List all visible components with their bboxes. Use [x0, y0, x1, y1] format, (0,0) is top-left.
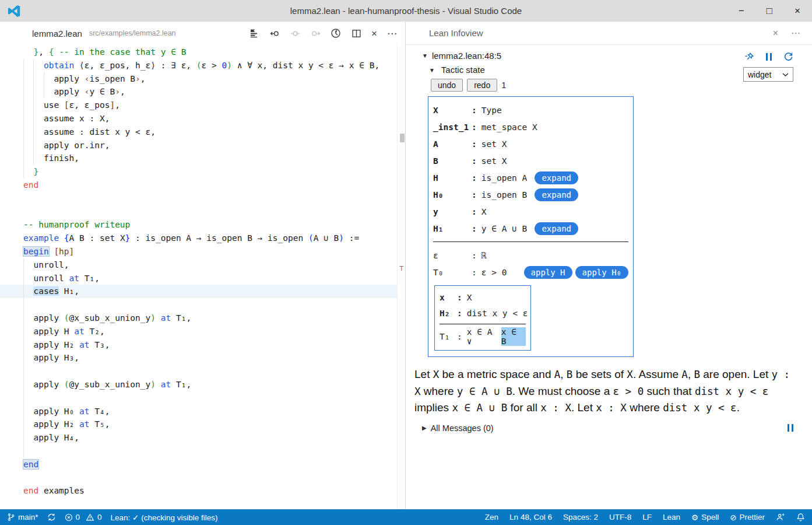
code-line[interactable]: unroll at T₁, [0, 272, 405, 285]
more-actions-icon[interactable]: ⋯ [387, 29, 397, 38]
code-line[interactable]: finish, [0, 152, 405, 165]
code-line[interactable]: end [0, 178, 405, 192]
code-line[interactable] [0, 444, 405, 458]
sync-item[interactable] [47, 513, 56, 522]
code-line[interactable]: apply H₂ at T₅, [0, 418, 405, 431]
hypothesis-row: H₀:is_open Bexpand [433, 186, 628, 203]
pin-icon[interactable] [744, 52, 754, 62]
feedback-item[interactable] [776, 513, 785, 522]
code-line[interactable]: cases H₁, [0, 285, 405, 298]
all-messages-row[interactable]: ▶ All Messages (0) [422, 424, 796, 433]
code-token: ∧ ∀ x, dist x y < ε → x ∈ B, [232, 61, 379, 70]
code-line[interactable]: apply ‹y ∈ B›, [0, 85, 405, 99]
cursor-position-item[interactable]: Ln 48, Col 6 [509, 513, 552, 522]
tab-filename[interactable]: lemma2.lean [32, 29, 82, 38]
code-line[interactable]: apply ‹is_open B›, [0, 72, 405, 86]
widget-mode-select[interactable]: widget [743, 67, 793, 82]
code-line[interactable]: }, { -- in the case that y ∈ B [0, 46, 405, 59]
code-line[interactable]: -- humanproof writeup [0, 218, 405, 232]
hypothesis-colon: : [472, 156, 477, 166]
code-line[interactable]: } [0, 165, 405, 178]
step-forward-circle-icon[interactable] [310, 28, 321, 38]
step-back-circle-icon[interactable] [269, 28, 280, 38]
expand-triangle-icon[interactable]: ▶ [422, 425, 427, 431]
circle-dash-icon[interactable] [290, 28, 300, 38]
collapse-triangle-icon[interactable]: ▼ [422, 52, 428, 59]
code-line[interactable]: apply H at T₂, [0, 325, 405, 338]
code-line[interactable]: obtain ⟨ε, ε_pos, h_ε⟩ : ∃ ε, (ε > 0) ∧ … [0, 59, 405, 72]
code-line[interactable]: begin [hp] [0, 245, 405, 258]
code-line[interactable]: apply (@x_sub_x_union_y) at T₁, [0, 312, 405, 325]
split-editor-icon[interactable] [351, 28, 361, 38]
close-editor-icon[interactable]: × [371, 29, 377, 38]
code-line[interactable]: apply H₀ at T₄, [0, 405, 405, 418]
code-line[interactable] [0, 365, 405, 378]
scrollbar-thumb[interactable] [400, 134, 405, 142]
code-token: is_open B [90, 74, 136, 83]
code-line[interactable]: end [0, 458, 405, 471]
humanproof-writeup: Let X be a metric space and A, B be sets… [414, 366, 795, 416]
prettier-label: Prettier [739, 513, 765, 522]
code-line[interactable]: unroll, [0, 258, 405, 272]
editor-scrollbar[interactable]: ⊤ [397, 45, 405, 509]
code-token: at [69, 274, 79, 283]
expand-button[interactable]: expand [535, 172, 578, 184]
panel-more-icon[interactable]: ⋯ [791, 29, 800, 38]
code-line[interactable]: end examples [0, 484, 405, 498]
pause-updates-icon[interactable] [766, 53, 772, 61]
apply-button[interactable]: apply H [524, 266, 572, 279]
redo-button[interactable]: redo [467, 79, 497, 92]
maximize-button[interactable]: □ [767, 6, 772, 16]
code-editor[interactable]: }, { -- in the case that y ∈ B obtain ⟨ε… [0, 45, 405, 509]
refresh-icon[interactable] [783, 52, 793, 62]
code-line[interactable]: use [ε, ε_pos], [0, 99, 405, 112]
git-branch-item[interactable]: main* [7, 513, 38, 522]
minimize-button[interactable]: − [739, 6, 744, 16]
eol-item[interactable]: LF [642, 513, 652, 522]
code-line[interactable]: assume x : X, [0, 112, 405, 125]
undo-button[interactable]: undo [431, 79, 463, 92]
code-token: apply H₄, [23, 433, 79, 442]
apply-button[interactable]: apply H₀ [575, 266, 628, 279]
writeup-math-term: x : X [540, 402, 571, 414]
code-line[interactable]: apply H₂ at T₃, [0, 338, 405, 352]
close-panel-icon[interactable]: × [773, 29, 778, 38]
code-line[interactable]: example {A B : set X} : is_open A → is_o… [0, 232, 405, 245]
pause-messages-icon[interactable] [788, 424, 793, 432]
expand-button[interactable]: expand [535, 188, 578, 201]
target-colon: : [457, 332, 462, 341]
tactic-state-row[interactable]: ▼ Tactic state [429, 65, 796, 75]
code-line[interactable] [0, 205, 405, 219]
code-line[interactable]: apply or.inr, [0, 139, 405, 152]
code-token: ε, ε_pos [69, 100, 110, 110]
indentation-item[interactable]: Spaces: 2 [563, 513, 598, 522]
expand-button[interactable]: expand [535, 222, 578, 235]
code-line[interactable]: apply (@y_sub_x_union_y) at T₁, [0, 378, 405, 391]
code-line[interactable]: apply H₃, [0, 351, 405, 365]
hypothesis-name: _inst_1 [433, 123, 472, 132]
code-line[interactable] [0, 192, 405, 205]
collapse-triangle-icon[interactable]: ▼ [429, 67, 435, 74]
spell-checker-item[interactable]: ⚙ Spell [691, 513, 719, 522]
lean-status-item[interactable]: Lean: ✓ (checking visible files) [111, 513, 218, 522]
lean-goal-outline-icon[interactable] [249, 28, 259, 38]
code-token: unroll, [23, 260, 69, 270]
indent-guide [23, 378, 24, 391]
writeup-math-term: ε > 0 [613, 386, 644, 397]
goal-location-row[interactable]: ▼ lemma2.lean:48:5 [422, 51, 796, 61]
encoding-item[interactable]: UTF-8 [609, 513, 631, 522]
code-line[interactable]: assume : dist x y < ε, [0, 125, 405, 139]
code-line[interactable] [0, 471, 405, 485]
problems-item[interactable]: 0 0 [65, 513, 102, 522]
history-circle-icon[interactable] [331, 28, 341, 38]
code-line[interactable] [0, 391, 405, 405]
indent-guide [33, 112, 34, 125]
code-line[interactable] [0, 298, 405, 312]
notifications-item[interactable] [796, 513, 805, 522]
zen-mode-item[interactable]: Zen [485, 513, 498, 522]
prettier-item[interactable]: ⊘ Prettier [730, 513, 765, 522]
code-line[interactable]: apply H₄, [0, 431, 405, 444]
language-mode-item[interactable]: Lean [663, 513, 680, 522]
hypothesis-buttons: expand [535, 188, 578, 201]
close-window-button[interactable]: × [795, 6, 800, 16]
